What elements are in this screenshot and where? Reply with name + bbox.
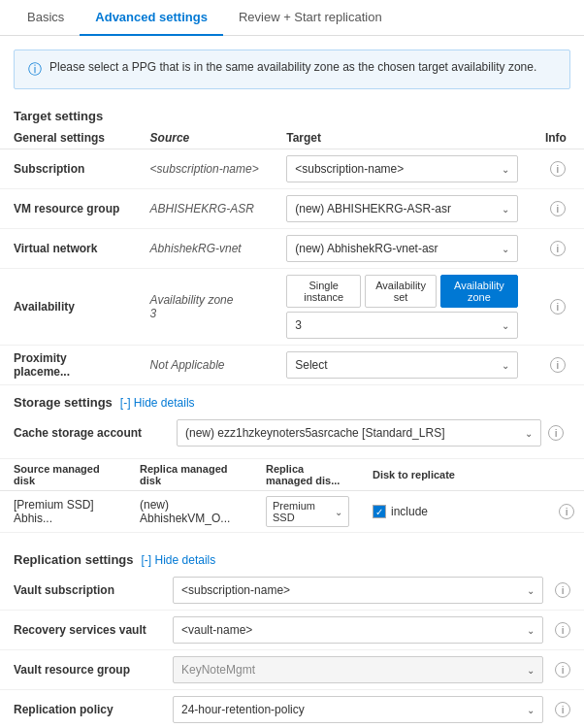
- avail-zone-btn[interactable]: Availability zone: [440, 275, 518, 308]
- disk-include-checkbox[interactable]: ✓ include: [373, 505, 535, 518]
- tab-advanced[interactable]: Advanced settings: [80, 0, 223, 36]
- info-circle-icon[interactable]: i: [550, 201, 566, 216]
- cache-storage-dropdown[interactable]: (new) ezz1hzkeynoters5asrcache [Standard…: [177, 419, 541, 447]
- avail-zone-dropdown[interactable]: 3 ⌄: [286, 312, 518, 339]
- chevron-down-icon: ⌄: [527, 585, 535, 596]
- vm-rg-dropdown-value: (new) ABHISHEKRG-ASR-asr: [295, 202, 451, 215]
- chevron-down-icon: ⌄: [527, 665, 535, 676]
- storage-hide-details-link[interactable]: [-] Hide details: [120, 396, 195, 410]
- vault-sub-value: <subscription-name>: [181, 583, 290, 597]
- tab-basics[interactable]: Basics: [12, 0, 80, 36]
- tab-review[interactable]: Review + Start replication: [223, 0, 398, 36]
- storage-settings-label: Storage settings: [14, 395, 113, 410]
- proximity-label: Proximity placeme...: [0, 346, 137, 385]
- recovery-vault-dropdown[interactable]: <vault-name> ⌄: [173, 616, 543, 644]
- info-icon: ⓘ: [28, 61, 42, 79]
- subscription-dropdown-value: <subscription-name>: [295, 162, 404, 176]
- col-source-header: Source: [137, 127, 274, 149]
- table-row: Vault resource group KeyNoteMgmt ⌄ i: [0, 650, 584, 690]
- chevron-down-icon: ⌄: [502, 320, 509, 331]
- avail-set-btn[interactable]: Availability set: [365, 275, 437, 308]
- info-circle-icon[interactable]: i: [555, 662, 570, 678]
- info-circle-icon[interactable]: i: [555, 582, 570, 598]
- target-settings-table: General settings Source Target Info Subs…: [0, 127, 584, 385]
- vnet-label: Virtual network: [0, 229, 137, 269]
- vault-sub-dropdown-cell: <subscription-name> ⌄: [165, 571, 551, 611]
- avail-single-btn[interactable]: Single instance: [286, 275, 361, 308]
- table-row: VM resource group ABHISHEKRG-ASR (new) A…: [0, 189, 584, 229]
- table-row: Vault subscription <subscription-name> ⌄…: [0, 571, 584, 611]
- info-circle-icon[interactable]: i: [555, 702, 570, 717]
- cache-storage-row: Cache storage account (new) ezz1hzkeynot…: [0, 414, 584, 459]
- vnet-target: (new) AbhishekRG-vnet-asr ⌄: [273, 229, 532, 269]
- replication-hide-details-link[interactable]: [-] Hide details: [142, 553, 216, 567]
- chevron-down-icon: ⌄: [502, 360, 509, 371]
- proximity-dropdown[interactable]: Select ⌄: [286, 351, 518, 379]
- col-general-header: General settings: [0, 127, 137, 149]
- subscription-info: i: [532, 149, 584, 189]
- info-circle-icon[interactable]: i: [550, 161, 566, 177]
- chevron-down-icon: ⌄: [502, 244, 509, 254]
- cache-storage-label: Cache storage account: [14, 414, 169, 452]
- replication-settings-table: Vault subscription <subscription-name> ⌄…: [0, 571, 584, 728]
- vault-sub-dropdown[interactable]: <subscription-name> ⌄: [173, 577, 543, 604]
- disk-include-label: include: [391, 505, 428, 518]
- replication-policy-dropdown[interactable]: 24-hour-retention-policy ⌄: [173, 696, 543, 723]
- proximity-source: Not Applicable: [137, 346, 274, 385]
- vm-rg-source: ABHISHEKRG-ASR: [137, 189, 274, 229]
- info-banner: ⓘ Please select a PPG that is in the sam…: [14, 50, 570, 89]
- chevron-down-icon: ⌄: [527, 705, 535, 715]
- replication-section-header: Replication settings [-] Hide details: [0, 543, 584, 571]
- info-circle-icon[interactable]: i: [550, 357, 566, 373]
- replication-policy-dropdown-cell: 24-hour-retention-policy ⌄: [165, 690, 551, 729]
- col-info-header: Info: [532, 127, 584, 149]
- info-banner-text: Please select a PPG that is in the same …: [49, 60, 536, 74]
- chevron-down-icon: ⌄: [335, 507, 342, 517]
- tab-bar: Basics Advanced settings Review + Start …: [0, 0, 584, 36]
- vault-rg-value: KeyNoteMgmt: [181, 663, 255, 677]
- info-circle-icon[interactable]: i: [548, 425, 564, 441]
- table-row: Proximity placeme... Not Applicable Sele…: [0, 346, 584, 385]
- chevron-down-icon: ⌄: [502, 204, 509, 215]
- proximity-dropdown-value: Select: [295, 358, 327, 372]
- availability-source-line2: 3: [150, 307, 260, 320]
- recovery-vault-label: Recovery services vault: [0, 611, 165, 650]
- vault-rg-label: Vault resource group: [0, 650, 165, 690]
- vm-rg-label: VM resource group: [0, 189, 137, 229]
- col-target-header: Target: [273, 127, 532, 149]
- recovery-vault-value: <vault-name>: [181, 623, 252, 637]
- disk-type-dropdown[interactable]: Premium SSD ⌄: [266, 496, 349, 527]
- availability-label: Availability: [0, 269, 137, 346]
- disk-col2-header: Replica managed disk: [126, 459, 252, 491]
- vm-rg-dropdown[interactable]: (new) ABHISHEKRG-ASR-asr ⌄: [286, 195, 518, 222]
- info-circle-icon[interactable]: i: [555, 622, 570, 638]
- replication-policy-value: 24-hour-retention-policy: [181, 703, 305, 716]
- disk-replica-dis-cell: Premium SSD ⌄: [252, 491, 359, 533]
- replication-policy-label: Replication policy: [0, 690, 165, 729]
- vault-rg-dropdown-cell: KeyNoteMgmt ⌄: [165, 650, 551, 690]
- vault-rg-dropdown: KeyNoteMgmt ⌄: [173, 656, 543, 683]
- availability-source: Availability zone 3: [137, 269, 274, 346]
- availability-button-group: Single instance Availability set Availab…: [286, 275, 518, 308]
- vnet-dropdown-value: (new) AbhishekRG-vnet-asr: [295, 242, 438, 255]
- disk-col3-header: Replica managed dis...: [252, 459, 359, 491]
- target-settings-header: Target settings: [0, 99, 584, 127]
- vnet-source: AbhishekRG-vnet: [137, 229, 274, 269]
- table-row: Subscription <subscription-name> <subscr…: [0, 149, 584, 189]
- vnet-dropdown[interactable]: (new) AbhishekRG-vnet-asr ⌄: [286, 235, 518, 262]
- disk-col4-header: Disk to replicate: [359, 459, 545, 491]
- info-circle-icon[interactable]: i: [550, 299, 566, 314]
- subscription-target: <subscription-name> ⌄: [273, 149, 532, 189]
- chevron-down-icon: ⌄: [527, 625, 535, 636]
- cache-info-cell: i: [541, 414, 570, 452]
- replication-settings-label: Replication settings: [14, 552, 134, 567]
- vault-sub-label: Vault subscription: [0, 571, 165, 611]
- disk-table: Source managed disk Replica managed disk…: [0, 459, 584, 533]
- subscription-dropdown[interactable]: <subscription-name> ⌄: [286, 155, 518, 182]
- subscription-label: Subscription: [0, 149, 137, 189]
- disk-type-value: Premium SSD: [273, 500, 331, 523]
- info-circle-icon[interactable]: i: [550, 241, 566, 256]
- cache-storage-value: (new) ezz1hzkeynoters5asrcache [Standard…: [185, 426, 444, 440]
- info-circle-icon[interactable]: i: [559, 504, 574, 519]
- checkmark-icon: ✓: [375, 507, 383, 517]
